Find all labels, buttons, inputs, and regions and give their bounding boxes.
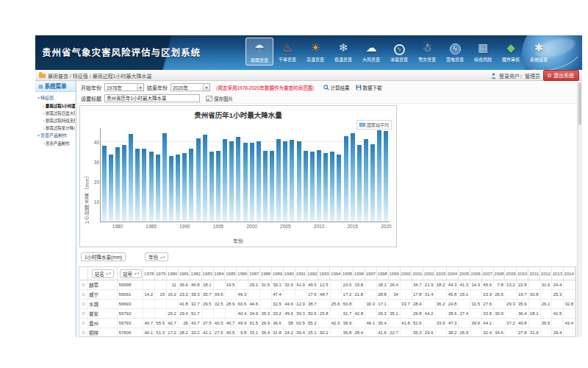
chevron-down-icon: ▼ — [137, 84, 143, 91]
picture-icon — [206, 96, 212, 102]
header-station-name[interactable]: 站名▲▼ — [88, 267, 118, 280]
measure-chip[interactable]: 1小时降水量(mm) — [81, 252, 126, 261]
row-expand-icon[interactable]: ⊙ — [79, 280, 88, 289]
row-expand-icon[interactable]: ⊙ — [79, 290, 88, 299]
nav-item-4[interactable]: ❄低温普查 — [329, 38, 357, 66]
data-download-button[interactable]: 数据下载 — [356, 84, 382, 91]
header-year-2006[interactable]: 2006 — [470, 267, 482, 280]
header-year-1989[interactable]: 1989 — [272, 267, 284, 280]
header-year-1987[interactable]: 1987 — [248, 267, 260, 280]
header-year-1982[interactable]: 1982 — [190, 267, 202, 280]
value-56691-1978: 14.2 — [143, 290, 155, 299]
sidebar-item-2-1[interactable]: ▪普查产品制作 — [37, 140, 75, 147]
header-year-1992[interactable]: 1992 — [307, 267, 319, 280]
header-year-2010[interactable]: 2010 — [517, 267, 528, 280]
header-year-1985[interactable]: 1985 — [225, 267, 237, 280]
nav-item-5[interactable]: ☁大风普查 — [357, 38, 385, 66]
header-year-1994[interactable]: 1994 — [330, 267, 342, 280]
row-expand-icon[interactable]: ⊙ — [79, 328, 88, 337]
value-56691-2005: 29.1 — [459, 290, 470, 299]
value-56792-2007: 33.8 — [482, 309, 494, 318]
value-56792-2008: 30.9 — [494, 309, 506, 318]
nav-item-6[interactable]: ϟ冰雹普查 — [385, 38, 413, 66]
row-expand-icon[interactable]: ⊙ — [79, 319, 88, 328]
header-year-1979[interactable]: 1979 — [155, 267, 167, 280]
end-year-select[interactable]: 2020年▼ — [171, 83, 210, 91]
header-year-2011[interactable]: 2011 — [528, 267, 540, 280]
table-row-普安[interactable]: ⊙普安5679229.229.451.740.434.935.333.249.6… — [79, 309, 576, 319]
header-year-1988[interactable]: 1988 — [260, 267, 272, 280]
x-tick-1985: 1985 — [146, 224, 156, 229]
bar-2001 — [257, 141, 261, 222]
header-year-2000[interactable]: 2000 — [401, 267, 412, 280]
nav-item-2[interactable]: ♨干旱普查 — [273, 38, 301, 66]
header-year-2009[interactable]: 2009 — [505, 267, 517, 280]
table-row-桐梓[interactable]: ⊙桐梓5760640.151.317.228.233.241.127.640.5… — [79, 328, 576, 337]
table-row-水城[interactable]: ⊙水城5669341.832.729.532.528.960.644.632.5… — [79, 300, 576, 309]
sidebar-item-1-1[interactable]: ▪暴雨过程1小时最大降水量 — [37, 102, 75, 110]
header-year-1990[interactable]: 1990 — [284, 267, 295, 280]
header-year-2004[interactable]: 2004 — [447, 267, 459, 280]
nav-item-3[interactable]: ☀高温普查 — [301, 38, 329, 66]
header-year-1998[interactable]: 1998 — [377, 267, 389, 280]
header-year-2002[interactable]: 2002 — [423, 267, 435, 280]
calc-result-button[interactable]: 计算结果 — [323, 84, 350, 91]
x-tick-1980: 1980 — [112, 224, 123, 229]
nav-item-11[interactable]: ✱系统设置 — [525, 38, 553, 66]
header-year-1997[interactable]: 1997 — [365, 267, 377, 280]
sidebar-item-1-3[interactable]: ▪暴雨过程持续天数 — [37, 117, 75, 124]
table-row-赫章[interactable]: ⊙赫章565981136.646.818.119.529.131.539.132… — [79, 280, 576, 290]
sidebar-item-1-2[interactable]: ▪暴雨过程日最大降水量 — [37, 110, 75, 117]
header-year-2001[interactable]: 2001 — [412, 267, 423, 280]
table-row-威宁[interactable]: ⊙威宁5669114.21516.223.239.335.739.646.347… — [79, 290, 576, 300]
header-year-2008[interactable]: 2008 — [494, 267, 506, 280]
bar-1997 — [229, 141, 234, 222]
header-year-1984[interactable]: 1984 — [214, 267, 226, 280]
header-year-2013[interactable]: 2013 — [552, 267, 564, 280]
row-expand-icon[interactable]: ⊙ — [79, 309, 88, 318]
header-year-1993[interactable]: 1993 — [318, 267, 330, 280]
header-year-1983[interactable]: 1983 — [202, 267, 214, 280]
header-year-2005[interactable]: 2005 — [459, 267, 470, 280]
nav-item-1[interactable]: ☂暴雨普查 — [245, 38, 273, 66]
header-year-2012[interactable]: 2012 — [540, 267, 552, 280]
header-station-id[interactable]: 站号▲▼ — [118, 267, 144, 280]
nav-item-8[interactable]: ϟ雷电普查 — [441, 38, 469, 66]
header-year-2003[interactable]: 2003 — [435, 267, 447, 280]
nav-item-7[interactable]: ☃雪灾普查 — [413, 38, 441, 66]
logout-button[interactable]: 退出系统 — [543, 70, 579, 81]
header-year-1995[interactable]: 1995 — [342, 267, 354, 280]
nav-item-10[interactable]: ◆图件审核 — [497, 38, 525, 66]
header-year-1999[interactable]: 1999 — [389, 267, 401, 280]
row-expand-icon[interactable]: ⊙ — [79, 300, 88, 308]
value-56693-2014: 32.8 — [564, 300, 576, 308]
header-year-1978[interactable]: 1978 — [143, 267, 155, 280]
value-56693-2010: 35.9 — [517, 300, 529, 308]
sidebar-group-1[interactable]: ▾特征值 — [37, 94, 75, 102]
sidebar-group-2[interactable]: ▾普查产品制作 — [37, 132, 75, 140]
vertical-scrollbar[interactable] — [577, 81, 582, 337]
header-year-1996[interactable]: 1996 — [354, 267, 365, 280]
header-year-2014[interactable]: 2014 — [564, 267, 576, 280]
header-year-1981[interactable]: 1981 — [179, 267, 190, 280]
value-56792-1985 — [226, 309, 237, 318]
nav-item-9[interactable]: ▦综合风险 — [469, 38, 497, 66]
table-row-盘州[interactable]: ⊙盘州5679340.755.542.72643.737.540.540.749… — [79, 319, 576, 328]
save-image-button[interactable]: 保存图片 — [206, 95, 233, 102]
scrollbar-thumb[interactable] — [578, 82, 581, 125]
value-56691-1984: 39.6 — [214, 290, 226, 299]
header-year-2007[interactable]: 2007 — [482, 267, 494, 280]
start-year-select[interactable]: 1978年▼ — [104, 83, 144, 91]
chart-title-input[interactable]: 贵州省历年1小时最大降水量 — [104, 94, 200, 102]
value-56598-1994 — [331, 280, 343, 289]
value-57606-2013: 29.4 — [552, 328, 564, 337]
header-year-1980[interactable]: 1980 — [167, 267, 179, 280]
value-56792-1992: 50.5 — [307, 309, 319, 318]
value-56693-2000: 33.7 — [401, 300, 412, 308]
column-field-chip[interactable]: 年份▲▼ — [145, 252, 168, 261]
value-56598-1981: 36.6 — [179, 280, 190, 289]
sidebar-item-1-4[interactable]: ▪暴雨过程累计降水量 — [37, 124, 75, 132]
header-year-1991[interactable]: 1991 — [295, 267, 307, 280]
header-year-1986[interactable]: 1986 — [237, 267, 248, 280]
value-56793-1980: 42.7 — [167, 319, 179, 328]
